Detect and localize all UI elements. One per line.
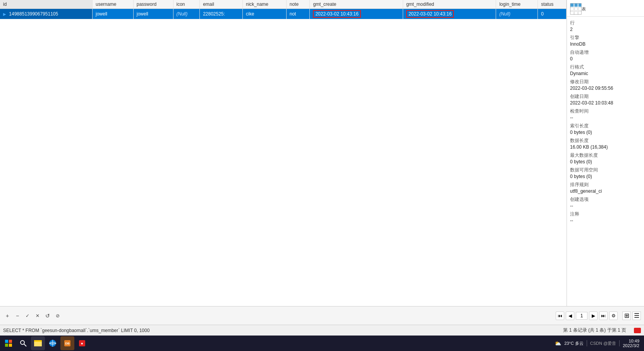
col-header-icon[interactable]: icon xyxy=(173,0,200,9)
col-header-password[interactable]: password xyxy=(133,0,173,9)
cell-id: ▶ 1498851399067951105 xyxy=(0,9,92,19)
col-header-nick-name[interactable]: nick_name xyxy=(242,0,286,9)
clock-time: 10:49 xyxy=(623,339,639,343)
stat-value: utf8_general_ci xyxy=(570,188,641,194)
cell-login-time: (Null) xyxy=(496,9,538,19)
stat-value: -- xyxy=(570,203,641,209)
taskbar-app-db[interactable]: DB xyxy=(60,336,74,350)
sql-query-text: SELECT * FROM `geesun-dongbaomall`.`ums_… xyxy=(3,328,557,333)
svg-rect-8 xyxy=(574,12,577,15)
svg-text:DB: DB xyxy=(65,342,70,345)
cell-gmt-modified: 2022-03-02 10:43:16 xyxy=(403,9,496,19)
stat-label: 数据可用空间 xyxy=(570,167,641,173)
taskbar-right: ⛅ 23°C 多云 CSDN @爱音 10:49 2022/3/2 xyxy=(555,339,642,348)
status-bar: SELECT * FROM `geesun-dongbaomall`.`ums_… xyxy=(0,325,644,336)
table-row[interactable]: ▶ 1498851399067951105 jowell jowell (Nul… xyxy=(0,9,567,19)
stat-label: 检查时间 xyxy=(570,108,641,115)
row-indicator: ▶ xyxy=(3,12,6,16)
stat-label: 创建日期 xyxy=(570,93,641,100)
page-number-input[interactable] xyxy=(576,312,587,320)
taskbar-app-browser[interactable] xyxy=(46,336,60,350)
svg-rect-3 xyxy=(579,3,582,7)
pagination-area: ⏮ ◀ ▶ ⏭ ⚙ xyxy=(556,312,618,320)
col-header-gmt-modified[interactable]: gmt_modified xyxy=(403,0,496,9)
red-app-icon: ■ xyxy=(77,339,87,348)
stat-value: 0 bytes (0) xyxy=(570,174,641,179)
first-page-button[interactable]: ⏮ xyxy=(556,312,564,320)
svg-rect-12 xyxy=(5,344,8,347)
svg-rect-9 xyxy=(579,12,582,15)
page-settings-button[interactable]: ⚙ xyxy=(609,312,618,320)
stat-label: 数据长度 xyxy=(570,137,641,144)
apply-button[interactable]: ✓ xyxy=(23,312,32,320)
table-icon xyxy=(570,3,582,15)
cell-email: 22802525: xyxy=(200,9,243,19)
cell-username: jowell xyxy=(92,9,133,19)
stat-label: 行格式 xyxy=(570,64,641,70)
cell-password: jowell xyxy=(133,9,173,19)
cancel-button[interactable]: ✕ xyxy=(33,312,42,320)
list-view-button[interactable]: ☰ xyxy=(632,312,641,320)
status-indicator xyxy=(634,328,641,333)
refresh-button[interactable]: ↺ xyxy=(43,312,52,320)
svg-text:■: ■ xyxy=(81,342,83,345)
cell-gmt-create: 2022-03-02 10:43:16 xyxy=(310,9,403,19)
stat-label: 自动递增 xyxy=(570,49,641,56)
taskbar-app-file[interactable] xyxy=(31,336,45,350)
time-display: 10:49 2022/3/2 xyxy=(623,339,639,348)
prev-page-button[interactable]: ◀ xyxy=(566,312,574,320)
windows-icon xyxy=(5,339,12,347)
grid-view-button[interactable]: ⊞ xyxy=(622,312,631,320)
stat-label: 修改日期 xyxy=(570,79,641,85)
table-header-row: id username password icon email nick_nam… xyxy=(0,0,567,9)
last-page-button[interactable]: ⏭ xyxy=(599,312,608,320)
right-panel-header: 表 xyxy=(567,2,644,17)
stat-value: InnoDB xyxy=(570,41,641,47)
gmt-modified-value: 2022-03-02 10:43:16 xyxy=(406,10,454,18)
stat-label: 注释 xyxy=(570,211,641,217)
bottom-toolbar: + − ✓ ✕ ↺ ⊘ ⏮ ◀ ▶ ⏭ ⚙ ⊞ ☰ xyxy=(0,306,644,325)
next-page-button[interactable]: ▶ xyxy=(589,312,598,320)
stat-value: 0 bytes (0) xyxy=(570,159,641,164)
stat-value: 0 bytes (0) xyxy=(570,130,641,135)
col-header-username[interactable]: username xyxy=(92,0,133,9)
col-header-gmt-create[interactable]: gmt_create xyxy=(310,0,403,9)
taskbar-app-red[interactable]: ■ xyxy=(75,336,89,350)
svg-rect-1 xyxy=(570,3,574,7)
stat-value: Dynamic xyxy=(570,71,641,76)
csdn-label: CSDN @爱音 xyxy=(590,341,616,346)
browser-icon xyxy=(48,339,57,348)
cell-status: 0 xyxy=(538,9,567,19)
remove-row-button[interactable]: − xyxy=(13,312,22,320)
add-row-button[interactable]: + xyxy=(3,312,12,320)
stat-value: 2 xyxy=(570,27,641,32)
col-header-note[interactable]: note xyxy=(286,0,310,9)
file-manager-icon xyxy=(33,339,43,348)
stop-button[interactable]: ⊘ xyxy=(53,312,62,320)
right-panel-title: 表 xyxy=(582,6,586,12)
stat-label: 最大数据长度 xyxy=(570,152,641,159)
col-header-id[interactable]: id xyxy=(0,0,92,9)
stat-value: 16.00 KB (16,384) xyxy=(570,144,641,150)
data-table-area[interactable]: id username password icon email nick_nam… xyxy=(0,0,567,306)
weather-icon: ⛅ xyxy=(555,340,561,346)
svg-line-15 xyxy=(24,344,26,346)
col-header-login-time[interactable]: login_time xyxy=(496,0,538,9)
cell-nick-name: cike xyxy=(242,9,286,19)
stat-label: 行 xyxy=(570,20,641,26)
svg-rect-6 xyxy=(579,7,582,10)
db-icon: DB xyxy=(63,339,72,348)
col-header-email[interactable]: email xyxy=(200,0,243,9)
stat-label: 引擎 xyxy=(570,34,641,41)
stat-value: -- xyxy=(570,115,641,120)
col-header-status[interactable]: status xyxy=(538,0,567,9)
taskbar-search[interactable] xyxy=(16,336,30,350)
svg-rect-7 xyxy=(570,12,574,15)
gmt-create-value: 2022-03-02 10:43:16 xyxy=(313,10,361,18)
taskbar-start[interactable] xyxy=(2,336,15,350)
svg-rect-13 xyxy=(9,344,12,347)
cell-icon: (Null) xyxy=(173,9,200,19)
taskbar: DB ■ ⛅ 23°C 多云 CSDN @爱音 10:49 2022/3/2 xyxy=(0,336,644,351)
page-info-text: 第 1 条记录 (共 1 条) 于第 1 页 xyxy=(563,327,626,334)
svg-rect-4 xyxy=(570,7,574,10)
